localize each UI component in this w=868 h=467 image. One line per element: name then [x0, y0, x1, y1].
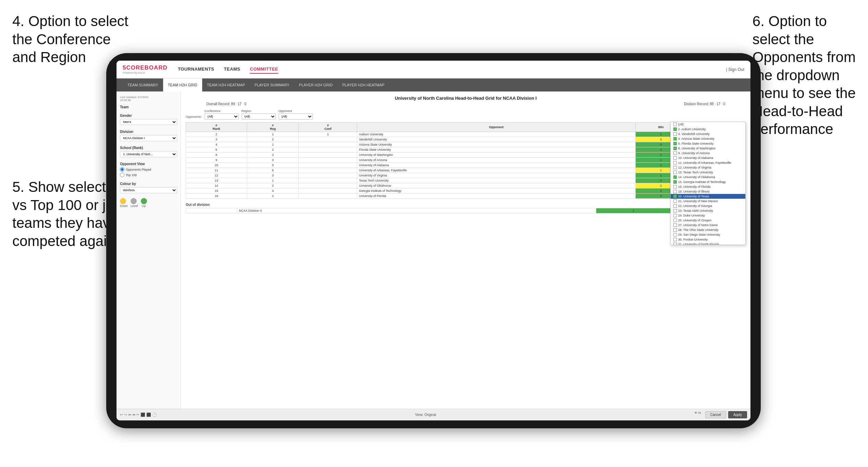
th-conf: #Conf — [299, 123, 357, 132]
team-section: Team — [120, 105, 177, 109]
opponent-view-section: Opponent View Opponents Played Top 100 — [120, 162, 177, 177]
dropdown-item[interactable]: ✓15. Georgia Institute of Technology — [671, 180, 745, 184]
out-header: Out of division — [186, 203, 746, 207]
logo-sub: Powered By Ascot — [123, 71, 168, 74]
dropdown-item[interactable]: ✓20. University of Texas — [671, 194, 745, 199]
nav-committee[interactable]: COMMITTEE — [250, 65, 278, 74]
opponent-select[interactable]: (All) — [279, 113, 313, 120]
table-row: 4 1 Arizona State University 5 1 — [186, 142, 746, 147]
subnav-team-summary[interactable]: TEAM SUMMARY — [123, 78, 163, 91]
colour-label: Colour by — [120, 182, 177, 186]
table-row: 6 2 Florida State University 4 2 — [186, 147, 746, 152]
dropdown-item[interactable]: 30. Purdue University — [671, 237, 745, 242]
radio-top-100[interactable]: Top 100 — [120, 173, 177, 177]
bottom-buttons: 👁 W Cancel Apply — [694, 411, 747, 418]
opponent-view-label: Opponent View — [120, 162, 177, 166]
out-of-division: Out of division NCAA Division II 1 0 — [186, 203, 746, 213]
subnav-player-summary[interactable]: PLAYER SUMMARY — [250, 78, 294, 91]
table-row: 16 2 University of Florida 5 1 — [186, 194, 746, 199]
division-record: Division Record: 88 · 17 · 0 — [684, 102, 725, 106]
dropdown-item[interactable]: 12. University of Virginia — [671, 165, 745, 170]
nav-teams[interactable]: TEAMS — [224, 65, 240, 74]
last-updated: Last Updated: 4/7/2024 16:55:38 — [120, 96, 177, 102]
cancel-button[interactable]: Cancel — [705, 411, 726, 418]
division-section: Division NCAA Division I — [120, 130, 177, 141]
dropdown-item[interactable]: 31. University of North Florida — [671, 242, 745, 245]
overall-record: Overall Record: 89 · 17 · 0 — [206, 102, 246, 106]
dropdown-item[interactable]: 27. University of Notre Dame — [671, 223, 745, 228]
table-row: 8 2 University of Washington 1 0 — [186, 152, 746, 158]
dropdown-item[interactable]: ✓8. University of Washington — [671, 146, 745, 151]
dropdown-item[interactable]: 9. University of Arizona — [671, 151, 745, 156]
dropdown-item[interactable]: (All) — [671, 122, 745, 127]
school-section: School (Rank) 1. University of Nort... — [120, 146, 177, 157]
table-row: 15 4 Georgia Institute of Technology 5 0 — [186, 188, 746, 194]
division-label: Division — [120, 130, 177, 134]
dropdown-item[interactable]: 23. Texas A&M University — [671, 208, 745, 213]
dropdown-item[interactable]: 21. University of New Mexico — [671, 199, 745, 204]
gender-section: Gender Men's — [120, 114, 177, 125]
dropdown-item[interactable]: 3. Vanderbilt University — [671, 132, 745, 136]
top-nav: 5COREBOARD Powered By Ascot TOURNAMENTS … — [117, 61, 750, 78]
dropdown-item[interactable]: 11. University of Arkansas, Fayetteville — [671, 160, 745, 165]
colour-select[interactable]: Win/loss — [120, 187, 177, 193]
table-row: 14 2 University of Oklahoma 2 2 — [186, 183, 746, 188]
gender-select[interactable]: Men's — [120, 119, 177, 125]
subnav-player-h2h-heatmap[interactable]: PLAYER H2H HEATMAP — [338, 78, 389, 91]
table-row: NCAA Division II 1 0 — [186, 208, 746, 213]
dropdown-item[interactable]: 18. University of Illinois — [671, 189, 745, 194]
table-row: 9 3 University of Arizona 1 0 — [186, 158, 746, 163]
legend-level — [131, 198, 137, 204]
dropdown-item[interactable]: 13. Texas Tech University — [671, 170, 745, 175]
filter-row: Opponents: Conference (All) Region (All) — [186, 109, 746, 120]
dropdown-item[interactable]: 28. The Ohio State University — [671, 228, 745, 232]
main-content: Last Updated: 4/7/2024 16:55:38 Team Gen… — [117, 91, 750, 409]
region-select[interactable]: (All) — [242, 113, 276, 120]
dropdown-item[interactable]: 25. University of Oregon — [671, 218, 745, 223]
school-label: School (Rank) — [120, 146, 177, 150]
dropdown-item[interactable]: ✓14. University of Oklahoma — [671, 175, 745, 180]
dropdown-item[interactable]: ✓6. Florida State University — [671, 141, 745, 146]
dropdown-item[interactable]: 22. University of Georgia — [671, 204, 745, 208]
conference-filter: Conference (All) — [205, 109, 239, 120]
table-row: 2 1 1 Auburn University 2 1 — [186, 132, 746, 137]
out-of-division-table: NCAA Division II 1 0 — [186, 208, 746, 213]
subnav-team-h2h-grid[interactable]: TEAM H2H GRID — [163, 78, 202, 91]
tablet-screen: 5COREBOARD Powered By Ascot TOURNAMENTS … — [117, 61, 750, 420]
annotation-top-left: 4. Option to select the Conference and R… — [12, 12, 129, 66]
nav-signout[interactable]: | Sign Out — [726, 67, 744, 72]
grid-records: Overall Record: 89 · 17 · 0 Division Rec… — [186, 102, 746, 106]
opponent-dropdown[interactable]: (All)✓2. Auburn University3. Vanderbilt … — [670, 122, 746, 245]
conference-select[interactable]: (All) — [205, 113, 239, 120]
apply-button[interactable]: Apply — [728, 411, 747, 418]
dropdown-item[interactable]: ✓2. Auburn University — [671, 127, 745, 132]
tablet-device: 5COREBOARD Powered By Ascot TOURNAMENTS … — [106, 53, 761, 428]
annotation-top-right: 6. Option to select the Opponents from t… — [753, 12, 856, 138]
table-body: 2 1 1 Auburn University 2 1 3 2 Vanderbi… — [186, 132, 746, 199]
nav-tournaments[interactable]: TOURNAMENTS — [178, 65, 214, 74]
th-reg: #Reg — [247, 123, 299, 132]
app-container: 5COREBOARD Powered By Ascot TOURNAMENTS … — [117, 61, 750, 420]
view-label: View: Original — [415, 413, 436, 417]
bottom-left-controls: ↩ ↪ ⬅ ➡ ✂ ⬛ ⬛ 🕐 — [120, 413, 157, 417]
out-name: NCAA Division II — [237, 208, 596, 213]
opponent-view-radios: Opponents Played Top 100 — [120, 167, 177, 177]
table-header-row: #Rank #Reg #Conf Opponent Win Loss — [186, 123, 746, 132]
subnav-team-h2h-heatmap[interactable]: TEAM H2H HEATMAP — [202, 78, 250, 91]
division-select[interactable]: NCAA Division I — [120, 135, 177, 141]
table-row: 3 2 Vanderbilt University 0 4 — [186, 137, 746, 142]
dropdown-item[interactable]: 29. San Diego State University — [671, 232, 745, 237]
sub-nav: TEAM SUMMARY TEAM H2H GRID TEAM H2H HEAT… — [117, 78, 750, 91]
table-row: 11 6 University of Arkansas, Fayettevill… — [186, 168, 746, 173]
dropdown-item[interactable]: 10. University of Alabama — [671, 156, 745, 160]
school-select[interactable]: 1. University of Nort... — [120, 151, 177, 157]
subnav-player-h2h-grid[interactable]: PLAYER H2H GRID — [294, 78, 338, 91]
dropdown-item[interactable]: 16. University of Florida — [671, 184, 745, 189]
radio-opponents-played[interactable]: Opponents Played — [120, 167, 177, 172]
dropdown-item[interactable]: ✓4. Arizona State University — [671, 136, 745, 141]
out-win: 1 — [596, 208, 671, 213]
dropdown-item[interactable]: 24. Duke University — [671, 213, 745, 218]
legend-down — [120, 198, 126, 204]
bottom-bar: ↩ ↪ ⬅ ➡ ✂ ⬛ ⬛ 🕐 View: Original 👁 W Cance… — [117, 409, 750, 420]
grid-title: University of North Carolina Head-to-Hea… — [186, 96, 746, 101]
